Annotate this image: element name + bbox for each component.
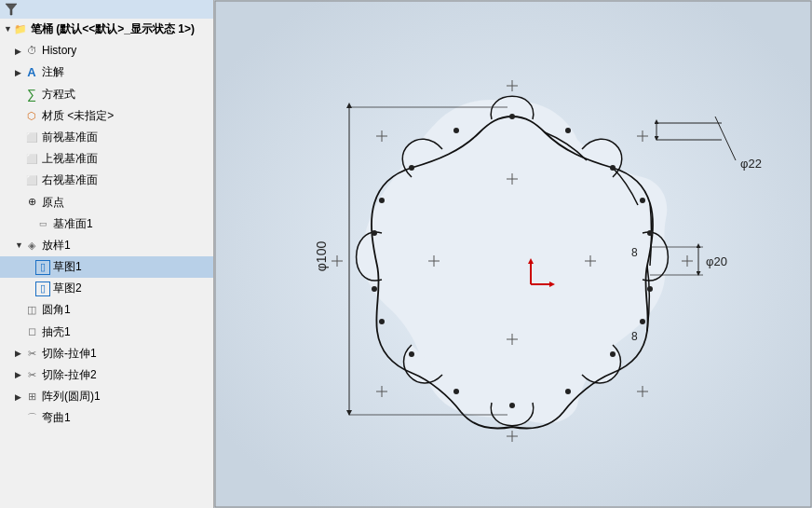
sidebar-label-baseline1: 基准面1	[53, 215, 93, 233]
sidebar-label-bend1: 弯曲1	[42, 409, 71, 427]
sidebar-label-loft1: 放样1	[42, 237, 71, 254]
sidebar-item-origin[interactable]: ⊕原点	[0, 192, 213, 213]
pattern-icon: ⊞	[24, 390, 39, 405]
sidebar-item-plane-right[interactable]: ⬜右视基准面	[0, 170, 213, 191]
tree-arrow-history[interactable]	[15, 45, 24, 58]
equation-icon: ∑	[24, 87, 39, 102]
tree-container: 📁笔桶 (默认<<默认>_显示状态 1>)⏱HistoryA注解∑方程式⬡材质 …	[0, 19, 213, 430]
sidebar-label-equation: 方程式	[42, 86, 75, 103]
sidebar-item-annotation[interactable]: A注解	[0, 62, 213, 83]
sidebar-label-sketch2: 草图2	[53, 280, 82, 297]
material-icon: ⬡	[24, 108, 39, 123]
sidebar-item-equation[interactable]: ∑方程式	[0, 84, 213, 105]
tree-arrow-root[interactable]	[4, 22, 13, 35]
svg-point-8	[409, 351, 414, 357]
sidebar-label-cut1: 切除-拉伸1	[42, 345, 97, 363]
sidebar-label-plane-front: 前视基准面	[42, 129, 98, 146]
sidebar-item-bend1[interactable]: ⌒弯曲1	[0, 407, 213, 429]
svg-point-4	[647, 230, 653, 236]
main-container: 📁笔桶 (默认<<默认>_显示状态 1>)⏱HistoryA注解∑方程式⬡材质 …	[0, 0, 812, 508]
sidebar-item-sketch1[interactable]: ▯草图1	[0, 256, 213, 278]
sidebar-label-plane-right: 右视基准面	[42, 172, 98, 189]
sidebar-item-baseline1[interactable]: ▭基准面1	[0, 213, 213, 235]
tree-arrow-pattern1[interactable]	[15, 391, 24, 404]
filter-icon	[4, 2, 19, 17]
sidebar-item-cut1[interactable]: ✂切除-拉伸1	[0, 343, 213, 364]
sidebar-label-pattern1: 阵列(圆周)1	[42, 388, 101, 405]
cut-icon: ✂	[24, 368, 39, 383]
sidebar-label-history: History	[42, 42, 76, 60]
svg-text:8: 8	[631, 330, 638, 343]
sidebar-item-plane-front[interactable]: ⬜前视基准面	[0, 127, 213, 148]
sidebar-label-annotation: 注解	[42, 63, 64, 81]
svg-point-9	[372, 286, 377, 292]
sidebar-item-loft1[interactable]: ◈放样1	[0, 235, 213, 256]
svg-text:φ20: φ20	[706, 254, 727, 268]
svg-point-2	[509, 114, 515, 119]
tree-arrow-cut2[interactable]	[15, 368, 24, 381]
sidebar-item-pattern1[interactable]: ⊞阵列(圆周)1	[0, 386, 213, 407]
svg-text:φ100: φ100	[314, 241, 329, 272]
origin-icon: ⊕	[24, 195, 39, 210]
cad-drawing: φ100 φ22 φ20 8 8	[214, 0, 812, 508]
svg-point-3	[610, 165, 616, 171]
svg-point-18	[379, 319, 385, 324]
sidebar-item-sketch2[interactable]: ▯草图2	[0, 278, 213, 299]
tree-arrow-loft1[interactable]	[15, 239, 24, 252]
fillet-icon: ◫	[24, 303, 39, 318]
sidebar-item-cut2[interactable]: ✂切除-拉伸2	[0, 364, 213, 386]
svg-marker-0	[6, 4, 17, 15]
annotation-icon: A	[24, 65, 39, 80]
sidebar-item-history[interactable]: ⏱History	[0, 40, 213, 62]
sidebar-item-material[interactable]: ⬡材质 <未指定>	[0, 105, 213, 127]
sketch-icon: ▯	[35, 260, 50, 275]
plane-front-icon: ⬜	[24, 152, 39, 167]
sidebar-item-root[interactable]: 📁笔桶 (默认<<默认>_显示状态 1>)	[0, 19, 213, 40]
svg-point-12	[565, 128, 571, 133]
svg-point-6	[610, 351, 616, 357]
svg-text:φ22: φ22	[740, 157, 762, 171]
svg-point-17	[453, 389, 459, 394]
svg-point-16	[565, 389, 571, 394]
tree-arrow-cut1[interactable]	[15, 347, 24, 360]
tree-arrow-annotation[interactable]	[15, 66, 24, 79]
plane-front-icon: ⬜	[24, 130, 39, 145]
history-icon: ⏱	[24, 44, 39, 59]
sidebar-label-root: 笔桶 (默认<<默认>_显示状态 1>)	[31, 21, 195, 38]
svg-point-15	[640, 319, 645, 324]
filter-bar[interactable]	[0, 0, 213, 19]
bend-icon: ⌒	[24, 411, 39, 426]
sidebar-label-cut2: 切除-拉伸2	[42, 366, 97, 384]
sidebar-label-sketch1: 草图1	[53, 258, 82, 276]
loft-icon: ◈	[24, 238, 39, 253]
svg-point-19	[379, 198, 385, 203]
svg-point-14	[640, 198, 645, 203]
sidebar-label-shell1: 抽壳1	[42, 323, 71, 341]
sidebar-item-fillet1[interactable]: ◫圆角1	[0, 299, 213, 321]
viewport[interactable]: φ100 φ22 φ20 8 8	[214, 0, 812, 508]
cut-icon: ✂	[24, 346, 39, 361]
sidebar-item-plane-top[interactable]: ⬜上视基准面	[0, 148, 213, 170]
sidebar-item-shell1[interactable]: ◻抽壳1	[0, 322, 213, 343]
shell-icon: ◻	[24, 324, 39, 339]
svg-point-13	[453, 128, 459, 133]
folder-icon: 📁	[13, 22, 28, 37]
svg-text:8: 8	[631, 246, 638, 259]
svg-point-10	[372, 230, 377, 236]
svg-point-5	[647, 286, 653, 292]
sidebar-label-origin: 原点	[42, 194, 64, 212]
svg-point-7	[509, 403, 515, 408]
sidebar-label-plane-top: 上视基准面	[42, 150, 98, 168]
sidebar-label-fillet1: 圆角1	[42, 301, 71, 319]
sidebar: 📁笔桶 (默认<<默认>_显示状态 1>)⏱HistoryA注解∑方程式⬡材质 …	[0, 0, 214, 508]
sketch-icon: ▯	[35, 281, 50, 296]
svg-point-11	[409, 165, 414, 171]
baseline-icon: ▭	[35, 216, 50, 231]
sidebar-label-material: 材质 <未指定>	[42, 107, 114, 125]
plane-front-icon: ⬜	[24, 173, 39, 188]
